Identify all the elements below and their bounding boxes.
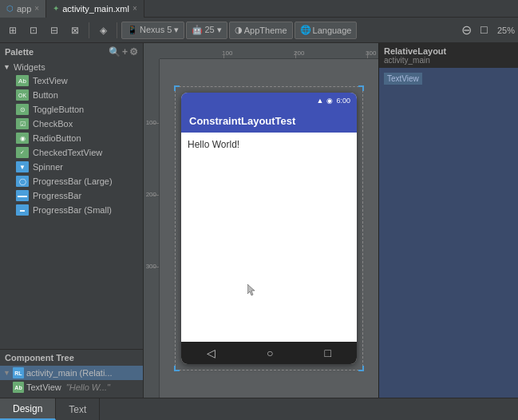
palette-header-icons: 🔍 + ⚙ (109, 46, 138, 57)
main-content: Palette 🔍 + ⚙ ▼ Widgets Ab TextView OK B… (0, 43, 518, 398)
palette-search-icon[interactable]: 🔍 (109, 46, 121, 57)
tab-design[interactable]: Design (0, 398, 56, 420)
phone-icon: 📱 (127, 25, 138, 35)
nexus-dropdown[interactable]: 📱 Nexus 5 ▾ (121, 22, 184, 39)
palette-item-label: ToggleButton (33, 105, 84, 114)
category-arrow: ▼ (3, 63, 10, 71)
android-icon: 🤖 (192, 25, 203, 35)
theme-dropdown[interactable]: ◑ AppTheme (229, 22, 293, 39)
right-panel-content[interactable]: TextView (379, 68, 518, 398)
resize-handle-br[interactable] (358, 366, 364, 371)
palette-item-button[interactable]: OK Button (0, 88, 143, 102)
both-view-button[interactable]: ⊠ (65, 21, 85, 40)
palette-item-radiobutton[interactable]: ◉ RadioButton (0, 131, 143, 145)
blueprint-view-button[interactable]: ⊟ (45, 21, 64, 40)
checkbox-icon: ☑ (16, 118, 29, 129)
palette-item-label: Button (33, 90, 58, 100)
tab-text[interactable]: Text (56, 398, 100, 420)
constraint-button[interactable]: ◈ (93, 21, 113, 40)
phone-container[interactable]: ▲ ◉ 6:00 ConstraintLayoutTest Hello Worl… (181, 93, 357, 364)
zoom-out-button[interactable]: ⊖ (461, 24, 472, 37)
tab-app-close[interactable]: × (34, 4, 39, 13)
palette-item-progressbar[interactable]: ▬▬ ProgressBar (0, 188, 143, 203)
palette-item-label: ProgressBar (Large) (33, 176, 113, 186)
tab-xml-label: activity_main.xml (62, 4, 129, 14)
palette-section: ▼ Widgets Ab TextView OK Button ⊙ Toggle… (0, 61, 143, 349)
design-view-button[interactable]: ⊡ (24, 21, 43, 40)
app-icon: ⬡ (6, 4, 14, 13)
palette-item-checkbox[interactable]: ☑ CheckBox (0, 117, 143, 131)
layout-icon: RL (13, 367, 24, 378)
ruler-top: 100 200 300 (160, 43, 378, 59)
palette-item-progressbar-large[interactable]: ◯ ProgressBar (Large) (0, 174, 143, 188)
tab-app[interactable]: ⬡ app × (0, 0, 46, 18)
phone-orientation-button[interactable]: ☐ (475, 21, 494, 40)
language-label: Language (313, 26, 352, 35)
palette-toggle-button[interactable]: ⊞ (3, 21, 22, 40)
canvas-content: ▲ ◉ 6:00 ConstraintLayoutTest Hello Worl… (160, 59, 378, 398)
button-icon: OK (16, 89, 29, 101)
tab-app-label: app (17, 4, 31, 14)
right-panel: RelativeLayout activity_main TextView (378, 43, 518, 398)
palette-expand-icon[interactable]: + (122, 46, 128, 57)
toolbar: ⊞ ⊡ ⊟ ⊠ ◈ 📱 Nexus 5 ▾ 🤖 25 ▾ ◑ AppTheme … (0, 18, 518, 43)
palette-header: Palette 🔍 + ⚙ (0, 43, 143, 61)
tree-child-label: TextView (26, 382, 61, 392)
resize-handle-tl[interactable] (174, 85, 180, 91)
tree-root-label: activity_main (Relati... (26, 368, 113, 378)
progressbar-icon: ▬▬ (16, 190, 29, 201)
separator-2 (117, 22, 117, 38)
right-panel-textview[interactable]: TextView (384, 73, 422, 85)
phone-selection-border (175, 86, 363, 370)
radiobutton-icon: ◉ (16, 133, 29, 144)
zoom-label: 25% (497, 26, 515, 35)
canvas-area[interactable]: 100 200 300 100 200 300 (144, 43, 378, 398)
togglebutton-icon: ⊙ (16, 104, 29, 115)
api-dropdown[interactable]: 🤖 25 ▾ (186, 22, 227, 39)
textview-tree-icon: Ab (13, 382, 24, 393)
progressbar-small-icon: ▬ (16, 204, 29, 216)
checkedtextview-icon: ✓ (16, 147, 29, 158)
tab-xml-close[interactable]: × (132, 4, 137, 13)
resize-handle-tr[interactable] (358, 85, 364, 91)
palette-title: Palette (5, 47, 34, 57)
palette-item-label: ProgressBar (Small) (33, 205, 112, 215)
ruler-left: 100 200 300 (144, 59, 160, 398)
tab-text-label: Text (69, 404, 86, 415)
tree-item-textview[interactable]: Ab TextView "Hello W..." (0, 380, 143, 394)
bottom-tabs: Design Text (0, 398, 518, 420)
category-label: Widgets (14, 62, 45, 72)
tree-item-root[interactable]: ▼ RL activity_main (Relati... (0, 366, 143, 380)
language-dropdown[interactable]: 🌐 Language (295, 22, 358, 39)
right-panel-layout-name: activity_main (384, 56, 513, 65)
theme-icon: ◑ (235, 25, 243, 35)
palette-gear-icon[interactable]: ⚙ (129, 46, 138, 57)
xml-icon: ✦ (53, 4, 59, 13)
nexus-label: Nexus 5 ▾ (140, 25, 179, 35)
tree-expand-arrow: ▼ (3, 369, 10, 377)
palette-item-togglebutton[interactable]: ⊙ ToggleButton (0, 102, 143, 117)
title-bar: ⬡ app × ✦ activity_main.xml × (0, 0, 518, 18)
resize-handle-bl[interactable] (174, 366, 180, 371)
spinner-icon: ▼ (16, 161, 29, 172)
palette-item-label: ProgressBar (33, 191, 81, 200)
zoom-control: ⊖ ☐ 25% (461, 21, 515, 40)
theme-label: AppTheme (244, 26, 287, 35)
separator-1 (89, 22, 89, 38)
palette-item-progressbar-small[interactable]: ▬ ProgressBar (Small) (0, 203, 143, 217)
ruler-corner (144, 43, 160, 59)
palette-item-label: CheckedTextView (33, 148, 102, 157)
tab-design-label: Design (13, 403, 42, 414)
api-label: 25 ▾ (204, 25, 221, 35)
tab-xml[interactable]: ✦ activity_main.xml × (46, 0, 144, 18)
component-tree-header: Component Tree (0, 350, 143, 366)
tree-child-value: "Hello W..." (66, 382, 110, 392)
palette-item-checkedtextview[interactable]: ✓ CheckedTextView (0, 145, 143, 160)
left-panel: Palette 🔍 + ⚙ ▼ Widgets Ab TextView OK B… (0, 43, 144, 398)
textview-icon: Ab (16, 75, 29, 86)
palette-item-spinner[interactable]: ▼ Spinner (0, 160, 143, 174)
palette-item-label: Spinner (33, 162, 63, 172)
palette-category-widgets[interactable]: ▼ Widgets (0, 61, 143, 73)
palette-item-label: RadioButton (33, 133, 81, 143)
palette-item-textview[interactable]: Ab TextView (0, 73, 143, 88)
